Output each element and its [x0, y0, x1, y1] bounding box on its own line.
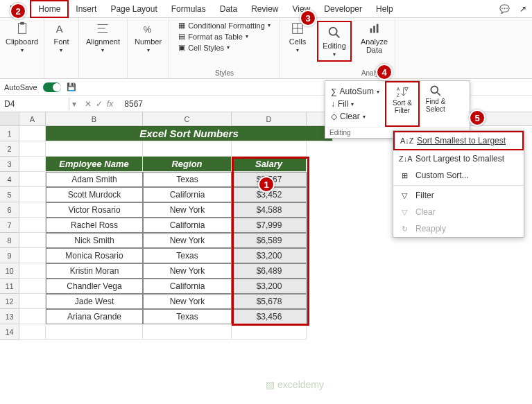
- row-header[interactable]: 8: [0, 233, 19, 248]
- cell[interactable]: [232, 324, 307, 340]
- cell[interactable]: [19, 126, 46, 141]
- name-box[interactable]: D4: [0, 98, 69, 110]
- cell[interactable]: [19, 218, 46, 233]
- alignment-button[interactable]: Alignment ▾: [86, 21, 120, 53]
- row-header[interactable]: 1: [0, 126, 19, 141]
- clear-button[interactable]: ◇Clear ▾: [331, 110, 379, 123]
- cell-region[interactable]: Texas: [143, 309, 232, 324]
- cell-salary[interactable]: $6,489: [232, 263, 307, 279]
- header-employee[interactable]: Employee Name: [46, 157, 143, 172]
- select-all-corner[interactable]: [0, 112, 19, 125]
- cell[interactable]: [19, 324, 46, 340]
- cell-employee[interactable]: Kristin Moran: [46, 263, 143, 279]
- row-header[interactable]: 12: [0, 294, 19, 309]
- share-icon[interactable]: ↗: [517, 3, 529, 15]
- cell[interactable]: [19, 187, 46, 202]
- cell[interactable]: [143, 141, 232, 157]
- clear-filter-item[interactable]: ▽Clear: [393, 204, 524, 220]
- filter-item[interactable]: ▽Filter: [393, 187, 524, 204]
- cell[interactable]: [232, 141, 307, 157]
- autosave-toggle[interactable]: [43, 82, 61, 92]
- title-cell[interactable]: Excel Sort Numbers: [46, 126, 333, 141]
- tab-insert[interactable]: Insert: [69, 1, 103, 17]
- cell-region[interactable]: New York: [143, 263, 232, 279]
- cell[interactable]: [19, 141, 46, 157]
- tab-help[interactable]: Help: [369, 1, 400, 17]
- tab-data[interactable]: Data: [213, 1, 244, 17]
- tab-home[interactable]: Home: [30, 0, 69, 18]
- tab-page-layout[interactable]: Page Layout: [103, 1, 164, 17]
- cell[interactable]: [19, 248, 46, 263]
- save-icon[interactable]: 💾: [67, 82, 76, 91]
- row-header[interactable]: 14: [0, 324, 19, 340]
- number-button[interactable]: % Number ▾: [135, 21, 162, 53]
- format-as-table-button[interactable]: ▤Format as Table▾: [178, 32, 271, 41]
- col-header-a[interactable]: A: [19, 112, 46, 125]
- cell[interactable]: [19, 294, 46, 309]
- cell[interactable]: [19, 172, 46, 187]
- tab-formulas[interactable]: Formulas: [164, 1, 213, 17]
- enter-icon[interactable]: ✓: [96, 99, 103, 109]
- cell-salary[interactable]: $5,678: [232, 294, 307, 309]
- cell-region[interactable]: New York: [143, 233, 232, 248]
- fill-button[interactable]: ↓Fill ▾: [331, 98, 379, 110]
- analyze-data-button[interactable]: Analyze Data: [359, 21, 389, 54]
- conditional-formatting-button[interactable]: ▦Conditional Formatting▾: [178, 21, 271, 30]
- cell-employee[interactable]: Jade West: [46, 294, 143, 309]
- cell-salary[interactable]: $7,999: [232, 218, 307, 233]
- row-header[interactable]: 7: [0, 218, 19, 233]
- cell-region[interactable]: California: [143, 279, 232, 294]
- cell-employee[interactable]: Chandler Vega: [46, 279, 143, 294]
- cell-region[interactable]: New York: [143, 294, 232, 309]
- row-header[interactable]: 10: [0, 263, 19, 279]
- cell[interactable]: [19, 233, 46, 248]
- cell[interactable]: [19, 279, 46, 294]
- reapply-item[interactable]: ↻Reapply: [393, 220, 524, 237]
- cell-employee[interactable]: Adam Smith: [46, 172, 143, 187]
- cell[interactable]: [19, 309, 46, 324]
- cell-region[interactable]: California: [143, 218, 232, 233]
- sort-filter-button[interactable]: AZ Sort & Filter: [385, 81, 420, 127]
- fx-icon[interactable]: fx: [107, 99, 113, 109]
- editing-button[interactable]: Editing ▾: [317, 21, 352, 62]
- row-header[interactable]: 4: [0, 172, 19, 187]
- cell-salary[interactable]: $3,456: [232, 309, 307, 324]
- find-select-button[interactable]: Find & Select: [420, 81, 452, 127]
- col-header-b[interactable]: B: [46, 112, 143, 125]
- col-header-d[interactable]: D: [232, 112, 307, 125]
- cell[interactable]: [46, 324, 143, 340]
- cell-region[interactable]: New York: [143, 202, 232, 218]
- cell[interactable]: [46, 141, 143, 157]
- col-header-c[interactable]: C: [143, 112, 232, 125]
- header-salary[interactable]: Salary: [232, 157, 307, 172]
- custom-sort[interactable]: ⊞Custom Sort...: [393, 167, 524, 184]
- cell-region[interactable]: Texas: [143, 172, 232, 187]
- cell-employee[interactable]: Nick Smith: [46, 233, 143, 248]
- row-header[interactable]: 9: [0, 248, 19, 263]
- row-header[interactable]: 13: [0, 309, 19, 324]
- cell-styles-button[interactable]: ▣Cell Styles▾: [178, 43, 271, 52]
- cell[interactable]: [19, 157, 46, 172]
- row-header[interactable]: 11: [0, 279, 19, 294]
- font-button[interactable]: A Font ▾: [53, 21, 69, 53]
- cell-employee[interactable]: Scott Murdock: [46, 187, 143, 202]
- cell-region[interactable]: California: [143, 187, 232, 202]
- cell-employee[interactable]: Victor Rosario: [46, 202, 143, 218]
- header-region[interactable]: Region: [143, 157, 232, 172]
- tab-developer[interactable]: Developer: [317, 1, 369, 17]
- autosum-button[interactable]: ∑AutoSum ▾: [331, 85, 379, 98]
- cell[interactable]: [19, 263, 46, 279]
- row-header[interactable]: 3: [0, 157, 19, 172]
- clipboard-button[interactable]: Clipboard ▾: [6, 21, 38, 53]
- sort-smallest-largest[interactable]: A↓ZSort Smallest to Largest: [393, 131, 524, 150]
- namebox-chevron-icon[interactable]: ▾: [69, 99, 79, 109]
- cell-salary[interactable]: $4,588: [232, 202, 307, 218]
- cell-employee[interactable]: Rachel Ross: [46, 218, 143, 233]
- cell-salary[interactable]: $3,200: [232, 248, 307, 263]
- comments-icon[interactable]: 💬: [497, 3, 513, 15]
- cell-employee[interactable]: Ariana Grande: [46, 309, 143, 324]
- row-header[interactable]: 6: [0, 202, 19, 218]
- tab-review[interactable]: Review: [244, 1, 285, 17]
- cells-button[interactable]: Cells ▾: [289, 21, 306, 53]
- cell-region[interactable]: Texas: [143, 248, 232, 263]
